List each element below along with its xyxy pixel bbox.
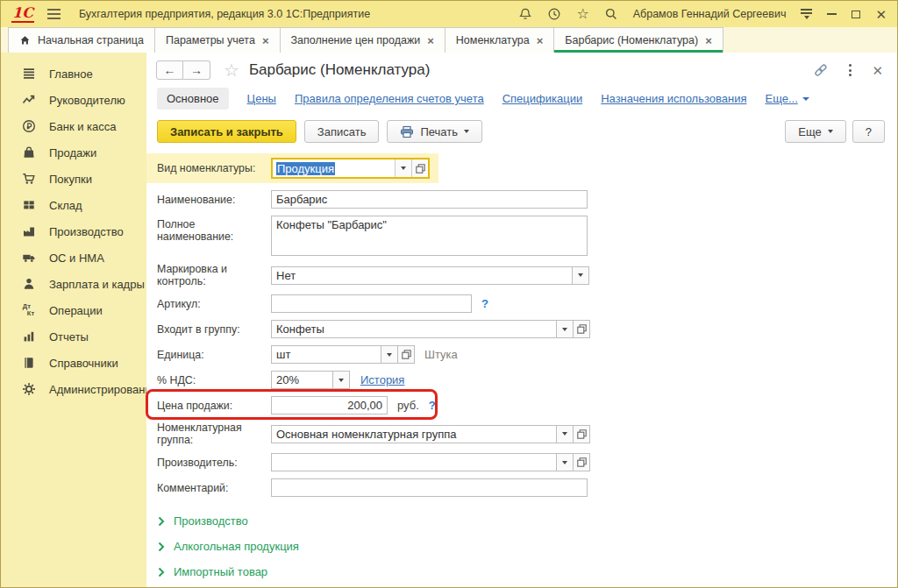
dropdown-button[interactable] — [557, 425, 574, 443]
nav-more-link[interactable]: Еще... — [765, 92, 809, 105]
section-label: Алкогольная продукция — [174, 540, 299, 553]
parent-group-input[interactable] — [271, 320, 557, 338]
help-icon[interactable]: ? — [481, 297, 488, 310]
close-tab-icon[interactable]: × — [427, 35, 434, 46]
close-window-button[interactable]: ✕ — [875, 8, 887, 21]
tab-label: Заполнение цен продажи — [291, 34, 421, 46]
vat-history-link[interactable]: История — [360, 373, 404, 386]
sidebar-item-production[interactable]: Производство — [1, 218, 146, 244]
menu-lines-icon — [21, 67, 36, 81]
sidebar-item-sales[interactable]: Продажи — [1, 139, 146, 166]
minimize-button[interactable] — [827, 13, 837, 15]
close-tab-icon[interactable]: × — [705, 35, 712, 46]
sidebar-item-directories[interactable]: Справочники — [1, 350, 146, 376]
trend-chart-icon — [21, 93, 36, 107]
forward-button[interactable]: → — [183, 60, 210, 80]
main-menu-icon[interactable] — [47, 9, 61, 19]
unit-input[interactable] — [271, 345, 381, 364]
field-label: Комментарий: — [157, 482, 271, 494]
field-label: Цена продажи: — [157, 400, 271, 412]
save-and-close-button[interactable]: Записать и закрыть — [157, 120, 296, 143]
sidebar-item-salary-hr[interactable]: Зарплата и кадры — [1, 271, 146, 297]
open-list-button[interactable] — [398, 345, 415, 364]
field-row-parent-group: Входит в группу: — [157, 320, 897, 338]
favorites-star-icon[interactable]: ☆ — [576, 7, 588, 21]
nav-link-usage-purposes[interactable]: Назначения использования — [601, 92, 746, 105]
comment-input[interactable] — [271, 478, 588, 497]
dropdown-button[interactable] — [381, 345, 398, 364]
field-label: Производитель: — [157, 457, 271, 469]
section-imported-goods[interactable]: Импортный товар — [158, 565, 897, 578]
search-icon[interactable] — [604, 7, 618, 21]
sidebar-item-manager[interactable]: Руководителю — [1, 87, 146, 113]
sale-price-input[interactable] — [271, 396, 388, 414]
section-alcohol-products[interactable]: Алкогольная продукция — [158, 540, 897, 553]
open-list-button[interactable] — [574, 425, 590, 443]
manufacturer-input[interactable] — [271, 453, 557, 471]
get-link-icon[interactable] — [813, 63, 829, 77]
nav-tab-main[interactable]: Основное — [157, 88, 229, 110]
chevron-down-icon — [802, 97, 809, 101]
shopping-cart-icon — [21, 172, 36, 186]
close-tab-icon[interactable]: × — [537, 35, 544, 46]
sidebar-item-reports[interactable]: Отчеты — [1, 323, 146, 350]
notifications-bell-icon[interactable] — [518, 7, 532, 21]
tab-home[interactable]: Начальная страница — [8, 27, 155, 53]
kind-select-field[interactable]: Продукция — [271, 158, 430, 179]
sidebar-item-label: Руководителю — [49, 94, 125, 107]
open-list-button[interactable] — [574, 453, 590, 471]
print-button[interactable]: Печать — [387, 120, 482, 143]
history-icon[interactable] — [547, 7, 561, 21]
dropdown-button[interactable] — [557, 453, 574, 471]
field-row-name: Наименование: — [157, 190, 897, 209]
field-row-article: Артикул: ? — [157, 294, 897, 313]
current-user[interactable]: Абрамов Геннадий Сергеевич — [633, 8, 787, 20]
more-menu-icon[interactable] — [847, 62, 853, 78]
open-list-button[interactable] — [574, 320, 590, 338]
sidebar-item-warehouse[interactable]: Склад — [1, 192, 146, 218]
tab-nomenclature[interactable]: Номенклатура × — [445, 27, 554, 53]
sidebar-item-bank-cash[interactable]: Банк и касса — [1, 113, 146, 139]
nav-link-account-rules[interactable]: Правила определения счетов учета — [295, 92, 484, 105]
gear-icon — [21, 382, 36, 396]
tab-accounting-parameters[interactable]: Параметры учета × — [154, 27, 281, 53]
section-production[interactable]: Производство — [158, 514, 897, 528]
nomenclature-group-input[interactable] — [271, 425, 557, 443]
sidebar-item-administration[interactable]: Администрирование — [1, 376, 146, 402]
marking-input[interactable] — [271, 266, 573, 285]
close-tab-icon[interactable]: × — [262, 35, 269, 46]
vat-input[interactable] — [271, 371, 333, 389]
printer-icon — [400, 125, 414, 138]
sidebar-item-fixed-assets[interactable]: ОС и НМА — [1, 244, 146, 271]
tab-fill-sale-prices[interactable]: Заполнение цен продажи × — [280, 27, 445, 53]
article-input[interactable] — [271, 294, 472, 313]
dropdown-button[interactable] — [557, 320, 574, 338]
field-label: Артикул: — [157, 298, 271, 310]
chevron-right-icon — [158, 516, 165, 527]
tab-barbaris-nomenclature[interactable]: Барбарис (Номенклатура) × — [553, 27, 723, 53]
field-label: % НДС: — [157, 374, 271, 386]
chevron-right-icon — [158, 542, 165, 552]
favorite-star-icon[interactable]: ☆ — [224, 61, 239, 79]
dropdown-button[interactable] — [395, 159, 411, 177]
help-button[interactable]: ? — [852, 120, 885, 143]
open-list-button[interactable] — [411, 159, 428, 177]
nav-link-prices[interactable]: Цены — [247, 92, 276, 105]
save-button[interactable]: Записать — [304, 120, 380, 143]
back-button[interactable]: ← — [156, 60, 183, 80]
full-name-textarea[interactable]: Конфеты "Барбарис" — [271, 216, 588, 256]
sidebar-item-main[interactable]: Главное — [1, 60, 146, 87]
service-settings-icon[interactable] — [801, 9, 812, 19]
close-form-icon[interactable]: ✕ — [872, 64, 883, 77]
nav-link-specifications[interactable]: Спецификации — [502, 92, 583, 105]
dropdown-button[interactable] — [573, 266, 589, 285]
selected-text: Продукция — [276, 162, 335, 175]
sidebar-item-purchases[interactable]: Покупки — [1, 166, 146, 192]
sidebar-item-operations[interactable]: ДтКт Операции — [1, 297, 146, 323]
maximize-button[interactable] — [852, 11, 860, 18]
help-icon[interactable]: ? — [429, 399, 436, 412]
name-input[interactable] — [271, 190, 588, 209]
dropdown-button[interactable] — [333, 371, 350, 389]
more-button[interactable]: Еще — [785, 120, 845, 143]
section-label: Производство — [174, 514, 248, 528]
